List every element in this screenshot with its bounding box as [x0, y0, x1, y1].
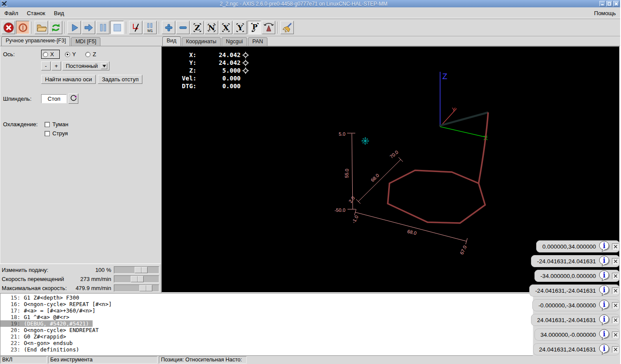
position-readout: X: 24.042 Y: 24.042 [171, 51, 249, 90]
rotate-view-button[interactable] [262, 21, 275, 34]
jog-slider-handle[interactable] [131, 276, 144, 282]
gcode-line-selected[interactable]: 19:(DEBUG, #5420,#5421) [0, 320, 93, 327]
jog-minus-button[interactable]: - [41, 61, 51, 70]
minus-icon [177, 22, 189, 33]
axis-radio-x[interactable]: X [41, 50, 60, 59]
estop-button[interactable] [2, 21, 15, 34]
notification-close-button[interactable] [612, 287, 619, 294]
folder-icon [36, 22, 47, 33]
notification-close-button[interactable] [612, 317, 619, 323]
home-axis-button[interactable]: Найти начало оси [41, 75, 96, 84]
axis-radio-z[interactable]: Z [85, 51, 96, 57]
tab-preview[interactable]: Вид [162, 36, 181, 46]
gcode-line[interactable]: 15:G1 Z#<depth> F300 [0, 294, 83, 301]
extents-dimensions [347, 133, 467, 244]
dim-y-near: 2.0 [348, 195, 356, 204]
open-file-button[interactable] [35, 21, 48, 34]
line-number: 21: [0, 333, 20, 340]
skip-lines-button[interactable] [129, 21, 142, 34]
jog-mode-combobox[interactable]: Постоянный [62, 61, 109, 70]
line-number: 18: [0, 314, 20, 320]
tab-mdi[interactable]: MDI [F5] [71, 37, 100, 46]
gcode-line[interactable]: 18:G1 ^#<a> @#<r> [0, 314, 73, 320]
zoom-in-button[interactable] [162, 21, 175, 34]
gcode-line[interactable]: 16:O<ngon-cycle> REPEAT [#<n>] [0, 301, 115, 307]
spindle-stop-button[interactable]: Стоп [41, 94, 67, 103]
optional-pause-button[interactable]: M1 [143, 21, 157, 34]
jog-speed-value: 273 mm/min [71, 276, 111, 282]
tab-pan[interactable]: PAN [248, 37, 267, 46]
notification-close-button[interactable] [612, 258, 619, 265]
notification-close-button[interactable] [612, 243, 619, 250]
gcode-text[interactable]: 15:G1 Z#<depth> F300 16:O<ngon-cycle> RE… [0, 293, 533, 356]
notification-text: 24.041631,-24.041631 [537, 317, 596, 323]
reload-button[interactable] [49, 21, 62, 34]
notification: -34.000000,0.000000 i [534, 270, 620, 282]
spindle-brake-button[interactable] [68, 93, 78, 104]
line-text: #<a> = [#<a>+360/#<n>] [24, 307, 96, 314]
radio-y-icon [65, 52, 70, 57]
flood-checkbox[interactable]: Струя [45, 130, 68, 137]
jog-speed-label: Скорость перемещений [2, 276, 71, 282]
svg-text:i: i [603, 286, 605, 294]
view-front-button[interactable]: X [219, 21, 232, 34]
menu-machine[interactable]: Станок [23, 8, 50, 18]
menu-view[interactable]: Вид [50, 8, 69, 18]
pause-button[interactable] [96, 21, 109, 34]
feed-override-slider[interactable] [114, 266, 159, 274]
info-icon: i [598, 329, 610, 340]
axis-x-label: X [50, 51, 54, 57]
max-velocity-value: 479.9 mm/min [71, 285, 111, 291]
dim-z-top: 5.0 [339, 131, 345, 137]
notifications: 0.000000,34.000000 i -24.041631,24.04163… [529, 240, 620, 355]
gcode-listing: 15:G1 Z#<depth> F300 16:O<ngon-cycle> RE… [0, 293, 620, 356]
menu-help[interactable]: Помощь [590, 8, 620, 18]
notification-close-button[interactable] [612, 346, 619, 353]
machine-power-button[interactable] [16, 21, 29, 34]
menu-file[interactable]: Файл [0, 8, 23, 18]
mist-checkbox[interactable]: Туман [45, 121, 68, 128]
view-perspective-button[interactable]: P [248, 21, 261, 34]
maximize-button[interactable] [606, 1, 612, 6]
gcode-line[interactable]: 20:O<ngon-cycle> ENDREPEAT [0, 327, 102, 333]
gcode-line[interactable]: 22:O<n-gon> endsub [0, 340, 76, 346]
close-button[interactable] [613, 1, 619, 6]
dim-z-length: 55.0 [344, 169, 350, 178]
zoom-out-button[interactable] [176, 21, 190, 34]
jog-speed-slider[interactable] [114, 275, 159, 283]
run-button[interactable] [68, 21, 81, 34]
toolbar-separator [277, 22, 278, 34]
window-title: 2_2.ngc - AXIS 2.6.0-pre0-4458-g0777e71 … [8, 1, 599, 7]
tab-ngcgui[interactable]: Ngcgui [222, 37, 247, 46]
dro-x-label: X: [171, 51, 196, 59]
minimize-button[interactable] [599, 1, 605, 6]
jog-plus-button[interactable]: + [51, 61, 61, 70]
feed-slider-handle[interactable] [135, 267, 148, 273]
tab-manual-control[interactable]: Ручное управление-[F3] [1, 36, 70, 46]
touch-off-button[interactable]: Задать отступ [98, 75, 142, 84]
maxvel-slider-handle[interactable] [139, 285, 152, 291]
view-rotated-top-button[interactable]: N [205, 21, 218, 34]
svg-text:Z: Z [194, 23, 199, 32]
axis-label: Ось: [3, 51, 41, 57]
notification-close-button[interactable] [612, 302, 619, 309]
gcode-line[interactable]: 21:G0 Z#<rappid> [0, 333, 70, 340]
view-side-button[interactable]: Y [233, 21, 247, 34]
tab-dro[interactable]: Координаты [182, 37, 221, 46]
gcode-line[interactable]: 17:#<a> = [#<a>+360/#<n>] [0, 307, 99, 314]
line-text: (DEBUG, #5420,#5421) [24, 320, 89, 327]
x-axis-line [440, 127, 487, 137]
notification-close-button[interactable] [612, 273, 619, 279]
clear-plot-button[interactable] [280, 21, 294, 34]
gcode-line[interactable]: 23:(End definitions) [0, 346, 83, 353]
axis-radio-y[interactable]: Y [65, 51, 76, 57]
status-tool: Без инструмента [48, 356, 158, 364]
dim-y-far: 70.0 [389, 149, 399, 159]
notification-close-button[interactable] [612, 332, 619, 338]
step-button[interactable] [82, 21, 95, 34]
view-top-button[interactable]: Z [190, 21, 204, 34]
max-velocity-slider[interactable] [114, 284, 159, 292]
spindle-label: Шпиндель: [3, 96, 41, 102]
stop-button[interactable] [110, 21, 124, 34]
notification: -24.041631,24.041631 i [531, 255, 620, 267]
